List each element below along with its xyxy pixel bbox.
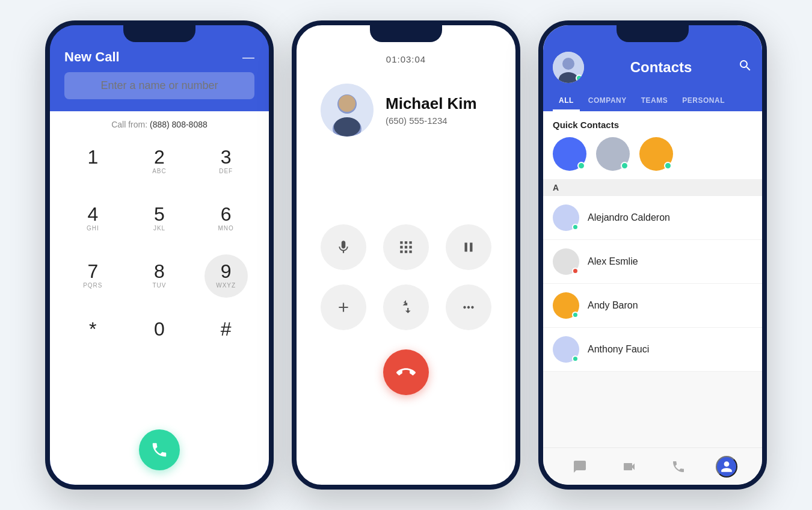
contact-item-anthony[interactable]: Anthony Fauci	[543, 328, 762, 372]
dial-key-4[interactable]: 4 GHI	[60, 190, 126, 247]
dial-key-7[interactable]: 7 PQRS	[60, 248, 126, 305]
svg-point-4	[334, 117, 360, 137]
chat-icon	[573, 459, 587, 474]
quick-contact-dot-1	[577, 162, 585, 170]
dialpad-title: New Call	[64, 49, 120, 65]
phone-notch	[123, 25, 195, 42]
status-dot-alex	[572, 268, 579, 274]
dialpad-input-area	[50, 65, 269, 111]
mute-button[interactable]	[321, 224, 366, 270]
hold-button[interactable]	[446, 224, 491, 270]
dial-key-1[interactable]: 1	[60, 133, 126, 190]
svg-point-6	[562, 58, 574, 70]
caller-name: Michael Kim	[386, 94, 477, 113]
phone-dialpad: New Call — Call from: (888) 808-8088 1 2…	[45, 20, 274, 490]
phone-footer-button[interactable]	[666, 455, 691, 479]
dial-key-3[interactable]: 3 DEF	[192, 133, 259, 190]
phone-notch-3	[617, 25, 689, 42]
contact-item-alejandro[interactable]: Alejandro Calderon	[543, 196, 762, 240]
phone-notch-2	[370, 25, 442, 42]
end-call-button[interactable]	[383, 349, 429, 395]
caller-avatar	[321, 84, 374, 137]
contact-item-andy[interactable]: Andy Baron	[543, 284, 762, 328]
caller-number: (650) 555-1234	[386, 115, 477, 126]
dial-key-0[interactable]: 0	[126, 305, 193, 362]
video-button[interactable]	[617, 455, 641, 479]
call-button[interactable]	[139, 429, 180, 470]
quick-contacts-title: Quick Contacts	[553, 120, 752, 130]
contacts-title: Contacts	[591, 59, 731, 76]
quick-contact-3[interactable]	[639, 137, 673, 171]
dial-key-8[interactable]: 8 TUV	[126, 248, 193, 305]
quick-contact-dot-3	[664, 162, 672, 170]
keypad-button[interactable]	[383, 224, 429, 270]
more-icon	[461, 300, 476, 315]
caller-details: Michael Kim (650) 555-1234	[386, 94, 477, 126]
svg-point-3	[339, 95, 355, 112]
contact-name-anthony: Anthony Fauci	[588, 344, 649, 355]
quick-contact-dot-2	[621, 162, 629, 170]
dial-input[interactable]	[64, 72, 254, 99]
dial-key-5[interactable]: 5 JKL	[126, 190, 193, 247]
tab-personal[interactable]: PERSONAL	[676, 91, 731, 111]
dialpad-bottom	[50, 420, 269, 485]
dialpad-grid: 1 2 ABC 3 DEF 4 GHI 5 JKL	[50, 133, 269, 420]
contact-name-alex: Alex Esmlie	[588, 256, 638, 267]
tab-all[interactable]: ALL	[553, 91, 580, 111]
add-call-button[interactable]	[321, 284, 366, 330]
contact-avatar-andy	[553, 292, 579, 319]
call-from-number: (888) 808-8088	[150, 120, 208, 129]
contact-name-alejandro: Alejandro Calderon	[588, 212, 670, 223]
user-avatar-header	[553, 52, 584, 83]
phone-icon	[150, 441, 168, 459]
quick-contacts-section: Quick Contacts	[543, 111, 762, 179]
more-button[interactable]	[446, 284, 491, 330]
contact-item-alex[interactable]: Alex Esmlie	[543, 240, 762, 284]
contacts-body: Quick Contacts A	[543, 111, 762, 447]
status-dot-alejandro	[572, 224, 579, 230]
quick-contact-1[interactable]	[553, 137, 586, 171]
controls-row-1	[321, 224, 491, 270]
quick-contact-bubbles	[553, 137, 752, 171]
keypad-icon	[398, 239, 414, 255]
dial-key-hash[interactable]: #	[192, 305, 259, 362]
tab-teams[interactable]: TEAMS	[635, 91, 674, 111]
call-controls	[297, 146, 515, 485]
dialpad-body: Call from: (888) 808-8088 1 2 ABC 3 DEF	[50, 111, 269, 485]
transfer-button[interactable]	[383, 284, 429, 330]
phone-footer-icon	[671, 459, 686, 474]
dial-key-2[interactable]: 2 ABC	[126, 133, 193, 190]
section-letter-a: A	[543, 179, 762, 196]
contacts-tabs: ALL COMPANY TEAMS PERSONAL	[543, 91, 762, 111]
profile-footer-icon	[720, 460, 733, 473]
contact-avatar-alejandro	[553, 204, 579, 231]
quick-contact-2[interactable]	[596, 137, 630, 171]
contact-name-andy: Andy Baron	[588, 300, 638, 311]
video-icon	[622, 459, 636, 474]
call-from-label: Call from: (888) 808-8088	[50, 111, 269, 133]
minimize-icon[interactable]: —	[242, 51, 254, 63]
user-status-dot	[576, 75, 583, 82]
tab-company[interactable]: COMPANY	[582, 91, 633, 111]
contact-avatar-alex	[553, 248, 579, 275]
status-dot-andy	[572, 312, 579, 318]
phone-active-call: 01:03:04 Michael Kim (650) 555-1234	[292, 20, 520, 490]
pause-icon	[461, 239, 476, 255]
controls-row-2	[321, 284, 491, 330]
profile-footer-button[interactable]	[716, 456, 737, 478]
phones-container: New Call — Call from: (888) 808-8088 1 2…	[33, 8, 779, 502]
dial-key-6[interactable]: 6 MNO	[192, 190, 259, 247]
messages-button[interactable]	[568, 455, 592, 479]
caller-avatar-image	[321, 84, 374, 137]
add-icon	[336, 300, 351, 315]
dial-key-star[interactable]: *	[60, 305, 126, 362]
contacts-search-button[interactable]	[738, 58, 752, 76]
dial-key-9[interactable]: 9 WXYZ	[205, 254, 248, 298]
phone-contacts: Contacts ALL COMPANY TEAMS PERSONAL Quic…	[538, 20, 767, 490]
call-timer: 01:03:04	[386, 54, 426, 64]
contact-avatar-anthony	[553, 336, 579, 363]
status-dot-anthony	[572, 355, 579, 362]
contacts-footer	[543, 447, 762, 485]
microphone-icon	[336, 239, 351, 255]
caller-info: Michael Kim (650) 555-1234	[297, 74, 515, 146]
